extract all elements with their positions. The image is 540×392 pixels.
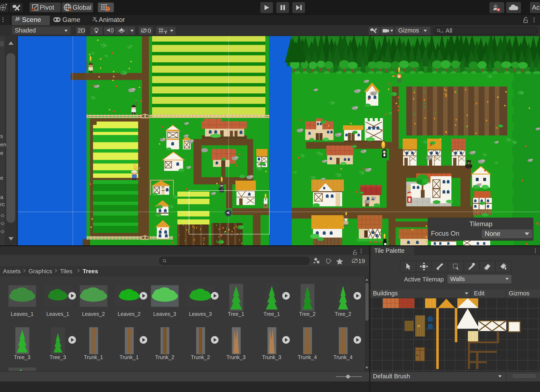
svg-text:0: 0 bbox=[148, 27, 151, 34]
svg-text:Leaves_2: Leaves_2 bbox=[82, 311, 105, 317]
svg-text:Active Tilemap: Active Tilemap bbox=[404, 276, 444, 283]
svg-text:Trunk_3: Trunk_3 bbox=[226, 354, 246, 360]
svg-text:Scene: Scene bbox=[22, 16, 41, 23]
svg-text:Tiles: Tiles bbox=[60, 268, 72, 275]
svg-text:Trunk_4: Trunk_4 bbox=[298, 354, 317, 360]
svg-text:Leaves_1: Leaves_1 bbox=[46, 311, 69, 317]
svg-text:2D: 2D bbox=[78, 27, 85, 34]
svg-text:Trunk_1: Trunk_1 bbox=[84, 354, 103, 360]
svg-text:Trunk_2: Trunk_2 bbox=[155, 354, 175, 360]
svg-text:Ac: Ac bbox=[532, 4, 540, 11]
svg-text:Gizmos: Gizmos bbox=[509, 290, 530, 297]
svg-text:rc: rc bbox=[0, 201, 5, 207]
svg-text:Tree_1: Tree_1 bbox=[228, 311, 244, 317]
svg-text:Leaves_3: Leaves_3 bbox=[153, 311, 176, 317]
svg-text:Leaves_3: Leaves_3 bbox=[189, 311, 212, 317]
svg-text:Tile Palette: Tile Palette bbox=[374, 247, 405, 254]
svg-text:Game: Game bbox=[62, 16, 80, 23]
svg-text:a: a bbox=[0, 194, 3, 200]
svg-text:e: e bbox=[0, 150, 3, 156]
svg-text:Edit: Edit bbox=[474, 290, 485, 297]
svg-text:Buildings: Buildings bbox=[373, 290, 398, 297]
svg-text:Tree_2: Tree_2 bbox=[299, 311, 315, 317]
svg-text:Default Brush: Default Brush bbox=[373, 373, 410, 380]
svg-text:Pivot: Pivot bbox=[40, 4, 54, 11]
svg-text:e: e bbox=[0, 175, 3, 181]
svg-text:Tree_2: Tree_2 bbox=[335, 311, 351, 317]
svg-text:Y: Y bbox=[164, 30, 167, 35]
svg-text:Trunk_4: Trunk_4 bbox=[334, 354, 353, 360]
svg-text:Trunk_1: Trunk_1 bbox=[120, 354, 139, 360]
svg-text:Animator: Animator bbox=[99, 16, 125, 23]
svg-text:Trunk_2: Trunk_2 bbox=[191, 354, 210, 360]
svg-text:s: s bbox=[0, 133, 3, 139]
svg-text:Focus On: Focus On bbox=[431, 230, 459, 237]
svg-text:Leaves_1: Leaves_1 bbox=[11, 311, 34, 317]
svg-text:Shaded: Shaded bbox=[15, 27, 36, 34]
svg-text:en: en bbox=[0, 141, 6, 148]
svg-text:Global: Global bbox=[73, 4, 91, 11]
svg-text:Gizmos: Gizmos bbox=[398, 27, 419, 34]
svg-text:19: 19 bbox=[358, 258, 365, 264]
svg-text:None: None bbox=[485, 230, 500, 237]
svg-text:Walls: Walls bbox=[450, 276, 465, 282]
svg-text:Leaves_2: Leaves_2 bbox=[118, 311, 140, 317]
svg-text:All: All bbox=[445, 27, 452, 34]
svg-text:Graphics: Graphics bbox=[29, 268, 52, 275]
svg-text:Assets: Assets bbox=[3, 268, 21, 275]
svg-text:Tree_3: Tree_3 bbox=[50, 354, 66, 360]
svg-text:Tree_3: Tree_3 bbox=[14, 354, 30, 360]
svg-text:Trunk_3: Trunk_3 bbox=[262, 354, 281, 360]
svg-text:Trees: Trees bbox=[83, 268, 98, 275]
svg-text:Tree_1: Tree_1 bbox=[264, 311, 280, 317]
svg-text:Tilemap: Tilemap bbox=[469, 220, 492, 228]
